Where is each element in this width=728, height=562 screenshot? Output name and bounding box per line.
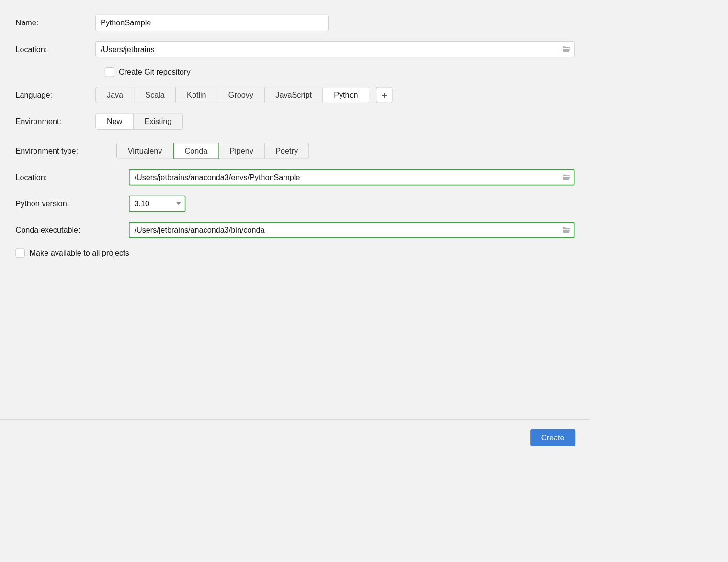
location-row: Location: (15, 41, 574, 57)
python-version-dropdown[interactable]: 3.10 (129, 195, 185, 212)
python-version-value: 3.10 (134, 199, 149, 208)
seg-item-python[interactable]: Python (323, 87, 369, 102)
env-location-input[interactable] (129, 169, 574, 185)
python-version-label: Python version: (15, 199, 121, 208)
language-label: Language: (15, 90, 88, 100)
dialog-footer: Create (0, 419, 590, 455)
location-input[interactable] (95, 41, 574, 57)
env-location-label: Location: (15, 173, 121, 182)
create-git-checkbox[interactable] (105, 67, 114, 77)
plus-icon: ＋ (380, 89, 389, 101)
seg-item-pipenv[interactable]: Pipenv (219, 143, 265, 158)
location-input-wrap (95, 41, 574, 57)
seg-item-existing[interactable]: Existing (134, 113, 182, 129)
environment-seg-group: NewExisting (95, 113, 182, 130)
seg-item-groovy[interactable]: Groovy (217, 87, 264, 102)
environment-type-seg-group: VirtualenvCondaPipenvPoetry (116, 143, 309, 159)
language-seg-group: JavaScalaKotlinGroovyJavaScriptPython (95, 87, 369, 103)
create-button[interactable]: Create (530, 429, 575, 446)
environment-label: Environment: (15, 117, 88, 126)
make-available-row: Make available to all projects (15, 248, 574, 258)
seg-item-kotlin[interactable]: Kotlin (176, 87, 217, 102)
create-git-row: Create Git repository (102, 67, 575, 77)
seg-item-scala[interactable]: Scala (135, 87, 176, 102)
seg-item-conda[interactable]: Conda (173, 143, 219, 159)
add-language-button[interactable]: ＋ (376, 87, 393, 103)
make-available-label: Make available to all projects (30, 248, 129, 258)
conda-executable-input-wrap (129, 222, 574, 238)
chevron-down-icon (176, 202, 181, 205)
conda-executable-input[interactable] (129, 222, 574, 238)
conda-executable-label: Conda executable: (15, 225, 121, 235)
python-version-row: Python version: 3.10 (15, 195, 574, 212)
env-location-row: Location: (15, 169, 574, 185)
seg-item-virtualenv[interactable]: Virtualenv (117, 143, 173, 158)
language-row: Language: JavaScalaKotlinGroovyJavaScrip… (15, 87, 574, 103)
environment-type-row: Environment type: VirtualenvCondaPipenvP… (15, 143, 574, 159)
create-git-label: Create Git repository (119, 67, 191, 77)
folder-open-icon[interactable] (562, 174, 571, 181)
folder-open-icon[interactable] (562, 226, 571, 234)
name-row: Name: (15, 15, 574, 31)
environment-row: Environment: NewExisting (15, 113, 574, 130)
folder-open-icon[interactable] (562, 46, 571, 53)
make-available-checkbox[interactable] (15, 248, 24, 258)
seg-item-javascript[interactable]: JavaScript (265, 87, 323, 102)
environment-type-label: Environment type: (15, 146, 109, 156)
new-project-dialog: Name: Location: Create Git repository La… (0, 0, 590, 456)
seg-item-java[interactable]: Java (96, 87, 134, 102)
location-label: Location: (15, 45, 88, 54)
seg-item-new[interactable]: New (96, 113, 134, 129)
conda-executable-row: Conda executable: (15, 222, 574, 238)
dialog-content: Name: Location: Create Git repository La… (0, 0, 590, 419)
name-input[interactable] (95, 15, 328, 31)
seg-item-poetry[interactable]: Poetry (264, 143, 308, 158)
env-location-input-wrap (129, 169, 574, 185)
create-git-checkbox-item: Create Git repository (105, 67, 191, 77)
name-label: Name: (15, 18, 88, 27)
